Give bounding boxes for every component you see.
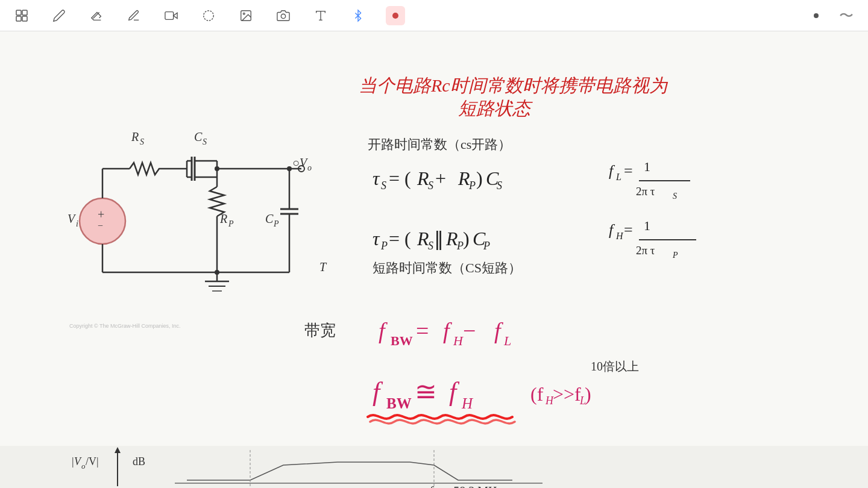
svg-text:S: S (428, 180, 433, 192)
svg-text:1: 1 (644, 159, 650, 174)
svg-text:P: P (483, 240, 490, 252)
bluetooth-tool[interactable] (348, 6, 368, 25)
svg-point-8 (243, 13, 245, 14)
main-canvas: 当个电路Rc时间常数时将携带电路视为 短路状态 R S C S ○V o V i… (0, 31, 868, 488)
svg-text:= 58.3 MHz: = 58.3 MHz (444, 484, 503, 488)
text-tool[interactable] (311, 6, 330, 25)
svg-text:S: S (203, 137, 207, 146)
svg-text:1: 1 (644, 218, 650, 233)
lasso-tool[interactable] (199, 6, 218, 25)
active-pen-tool[interactable] (386, 6, 405, 25)
svg-text:C: C (194, 130, 203, 143)
svg-text:−: − (463, 318, 476, 343)
svg-text:+: + (98, 208, 104, 221)
svg-text:S: S (428, 240, 433, 252)
highlighter-tool[interactable] (124, 6, 143, 25)
svg-text:10倍以上: 10倍以上 (591, 360, 639, 373)
svg-text:): ) (463, 228, 470, 249)
toolbar: 〜 (0, 0, 868, 31)
svg-text:= (: = ( (389, 167, 411, 189)
svg-text:≅: ≅ (415, 377, 437, 407)
svg-text:i: i (76, 219, 78, 228)
svg-text:R: R (458, 167, 470, 189)
svg-point-61 (215, 270, 219, 275)
svg-text:H: H (615, 231, 624, 241)
svg-text:T: T (319, 260, 327, 274)
svg-text:‖: ‖ (434, 228, 444, 250)
svg-text:P: P (273, 219, 279, 228)
svg-text:2π τ: 2π τ (636, 185, 655, 198)
svg-text:H: H (461, 395, 474, 411)
svg-text:2π τ: 2π τ (636, 244, 655, 257)
svg-text:R: R (417, 228, 429, 249)
svg-text:S: S (381, 180, 386, 192)
svg-text:S: S (673, 192, 677, 201)
svg-point-12 (392, 13, 398, 19)
image-tool[interactable] (236, 6, 256, 25)
svg-text:S: S (497, 180, 502, 192)
layers-tool[interactable] (12, 6, 31, 25)
svg-text:): ) (476, 167, 483, 189)
svg-text:+: + (435, 167, 446, 189)
svg-text:−: − (98, 221, 103, 231)
svg-text:= (: = ( (389, 228, 411, 249)
svg-text:τ: τ (373, 228, 380, 249)
svg-text:BW: BW (386, 395, 412, 411)
svg-text:Copyright © The McGraw-Hill Co: Copyright © The McGraw-Hill Companies, I… (69, 323, 181, 329)
svg-text:R: R (445, 228, 458, 249)
svg-text:|V: |V (71, 455, 82, 468)
svg-text:S: S (140, 137, 144, 146)
camera-tool[interactable] (274, 6, 293, 25)
svg-rect-1 (22, 10, 27, 15)
svg-text:H: H (453, 333, 464, 348)
wave-tool[interactable]: 〜 (837, 6, 856, 25)
svg-text:短路时间常数（CS短路）: 短路时间常数（CS短路） (373, 260, 521, 275)
svg-text:dB: dB (133, 455, 145, 468)
pencil-tool[interactable] (49, 6, 69, 25)
svg-text:P: P (468, 180, 476, 192)
svg-text:P: P (228, 219, 234, 228)
svg-text:/V|: /V| (86, 455, 99, 468)
svg-point-9 (281, 14, 285, 18)
svg-rect-5 (165, 11, 174, 19)
svg-text:R: R (417, 167, 429, 189)
svg-text:): ) (585, 383, 591, 405)
svg-text:BW: BW (391, 333, 413, 348)
svg-text:(f: (f (530, 383, 544, 405)
svg-rect-0 (16, 10, 21, 15)
svg-text:L: L (615, 172, 621, 182)
eraser-tool[interactable] (87, 6, 106, 25)
svg-text:>>f: >>f (553, 383, 581, 405)
svg-marker-4 (174, 13, 177, 18)
svg-text:C: C (265, 212, 274, 225)
svg-text:当个电路Rc时间常数时将携带电路视为: 当个电路Rc时间常数时将携带电路视为 (359, 75, 668, 95)
svg-text:○V: ○V (292, 156, 309, 169)
video-tool[interactable] (162, 6, 181, 25)
svg-text:R: R (131, 130, 139, 143)
svg-text:τ: τ (373, 167, 380, 189)
svg-text:P: P (672, 251, 678, 260)
svg-text:=: = (624, 162, 633, 180)
svg-text:o: o (307, 163, 312, 172)
svg-text:带宽: 带宽 (304, 322, 336, 339)
svg-rect-3 (22, 16, 27, 21)
svg-text:P: P (380, 240, 388, 252)
svg-text:=: = (624, 221, 633, 239)
svg-rect-2 (16, 16, 21, 21)
svg-point-6 (204, 10, 214, 20)
status-dot (814, 13, 819, 18)
svg-text:开路时间常数（cs开路）: 开路时间常数（cs开路） (368, 137, 511, 152)
svg-text:=: = (416, 318, 429, 343)
svg-text:短路状态: 短路状态 (458, 98, 533, 118)
svg-text:L: L (503, 333, 511, 348)
svg-text:o: o (81, 461, 86, 471)
